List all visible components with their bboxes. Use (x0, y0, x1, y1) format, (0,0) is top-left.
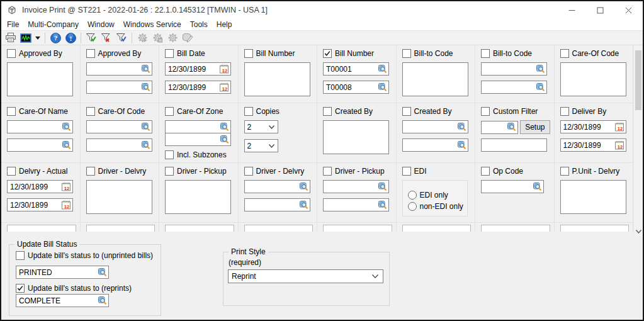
minimize-button[interactable] (558, 1, 586, 19)
radio-non-edi-only[interactable] (408, 202, 417, 211)
checkbox-bill-number[interactable] (244, 49, 253, 58)
checkbox-custom-filter[interactable] (481, 107, 490, 116)
lookup-button[interactable] (300, 183, 308, 191)
lookup-input[interactable] (86, 81, 152, 94)
lookup-button[interactable] (378, 83, 387, 92)
calendar-button[interactable]: 12 (614, 122, 624, 132)
lookup-button[interactable] (536, 83, 545, 92)
print-style-select[interactable]: Reprint (228, 269, 383, 283)
lookup-input[interactable] (86, 120, 152, 133)
list-box[interactable] (323, 120, 389, 154)
date-input[interactable]: 12/30/189912 (560, 120, 626, 133)
date-input[interactable]: 12/30/189912 (165, 62, 231, 76)
calendar-button[interactable]: 12 (61, 200, 71, 210)
calendar-button[interactable]: 12 (219, 64, 229, 74)
lookup-input[interactable] (481, 180, 544, 193)
lookup-button[interactable] (378, 183, 387, 191)
lookup-input[interactable] (165, 133, 231, 146)
lookup-button[interactable] (533, 183, 542, 191)
checkbox-created-by[interactable] (323, 107, 332, 116)
date-input[interactable]: 12/30/189912 (560, 138, 626, 152)
lookup-input[interactable] (481, 121, 518, 134)
list-box[interactable] (560, 62, 626, 96)
unprinted-status-checkbox[interactable] (16, 251, 25, 260)
copies-select[interactable]: 2 (244, 139, 278, 152)
checkbox-edi[interactable] (402, 167, 411, 176)
lookup-button[interactable] (62, 141, 71, 150)
lookup-button[interactable] (142, 141, 150, 150)
help-button-icon[interactable]: ? (48, 31, 63, 45)
lookup-input[interactable] (244, 180, 310, 193)
lookup-button[interactable] (142, 83, 150, 92)
lookup-button[interactable] (458, 123, 466, 132)
lookup-input[interactable] (402, 138, 468, 152)
reprints-status-checkbox[interactable] (16, 284, 25, 293)
lookup-input[interactable] (481, 62, 547, 76)
lookup-button[interactable] (378, 65, 387, 74)
calendar-button[interactable]: 12 (219, 82, 229, 92)
lookup-input[interactable] (244, 198, 310, 211)
list-box[interactable] (402, 62, 468, 96)
checkbox-care-of-code[interactable] (86, 107, 95, 116)
lookup-input[interactable] (323, 180, 389, 193)
setup-button[interactable]: Setup (520, 120, 550, 134)
vertical-scrollbar[interactable] (633, 45, 643, 235)
list-box[interactable] (165, 180, 231, 214)
date-input[interactable]: 12/30/189912 (7, 198, 73, 211)
copies-select[interactable]: 2 (244, 120, 278, 133)
filter-apply-button-icon[interactable] (84, 31, 99, 45)
checkbox-bill-number[interactable] (323, 49, 332, 58)
lookup-input[interactable] (86, 138, 152, 152)
checkbox-copies[interactable] (244, 107, 253, 116)
report-style-dropdown-icon[interactable] (33, 31, 42, 45)
reprints-status-input[interactable]: COMPLETE (16, 294, 109, 307)
unprinted-status-input[interactable]: PRINTED (16, 266, 109, 279)
lookup-button[interactable] (98, 296, 107, 305)
lookup-button[interactable] (220, 123, 229, 132)
menu-item-window[interactable]: Window (83, 20, 119, 29)
checkbox-op-code[interactable] (481, 167, 490, 176)
checkbox-bill-to-code[interactable] (402, 49, 411, 58)
checkbox-delvry-actual[interactable] (7, 167, 16, 176)
filter-verify-button-icon[interactable] (114, 31, 129, 45)
menu-item-multi-company[interactable]: Multi-Company (23, 20, 83, 29)
checkbox-created-by[interactable] (402, 107, 411, 116)
scroll-down-arrow-icon[interactable] (634, 230, 643, 234)
checkbox-care-of-zone[interactable] (165, 107, 174, 116)
list-box[interactable] (86, 180, 152, 214)
checkbox-deliver-by[interactable] (560, 107, 569, 116)
menu-item-help[interactable]: Help (212, 20, 237, 29)
lookup-input[interactable] (481, 81, 547, 94)
menu-item-file[interactable]: File (3, 20, 23, 29)
list-box[interactable] (7, 62, 73, 96)
menu-item-tools[interactable]: Tools (186, 20, 212, 29)
calendar-button[interactable]: 12 (614, 140, 624, 150)
checkbox-bill-date[interactable] (165, 49, 174, 58)
lookup-button[interactable] (536, 65, 545, 74)
maximize-button[interactable] (586, 1, 614, 19)
checkbox-driver-delvry[interactable] (86, 167, 95, 176)
checkbox-incl-subzones[interactable] (165, 150, 174, 159)
checkbox-care-of-name[interactable] (7, 107, 16, 116)
lookup-input[interactable] (323, 198, 389, 211)
lookup-button[interactable] (98, 268, 107, 277)
checkbox-driver-pickup[interactable] (323, 167, 332, 176)
list-box[interactable] (560, 180, 626, 214)
scrollbar-thumb[interactable] (635, 50, 641, 110)
lookup-input[interactable] (7, 138, 73, 152)
checkbox-driver-pickup[interactable] (165, 167, 174, 176)
lookup-input[interactable] (86, 62, 152, 76)
filter-remove-button-icon[interactable] (99, 31, 114, 45)
lookup-button[interactable] (300, 201, 308, 210)
print-button-icon[interactable] (3, 31, 18, 45)
lookup-button[interactable] (220, 135, 229, 144)
lookup-input[interactable] (7, 120, 73, 133)
lookup-button[interactable] (142, 123, 150, 132)
lookup-input[interactable]: T00008 (323, 81, 389, 94)
about-button-icon[interactable]: ! (63, 31, 78, 45)
date-input[interactable]: 12/30/189912 (165, 81, 231, 94)
checkbox-care-of-code[interactable] (560, 49, 569, 58)
menu-item-windows-service[interactable]: Windows Service (119, 20, 186, 29)
lookup-button[interactable] (62, 123, 71, 132)
screen-report-button-icon[interactable] (18, 31, 33, 45)
